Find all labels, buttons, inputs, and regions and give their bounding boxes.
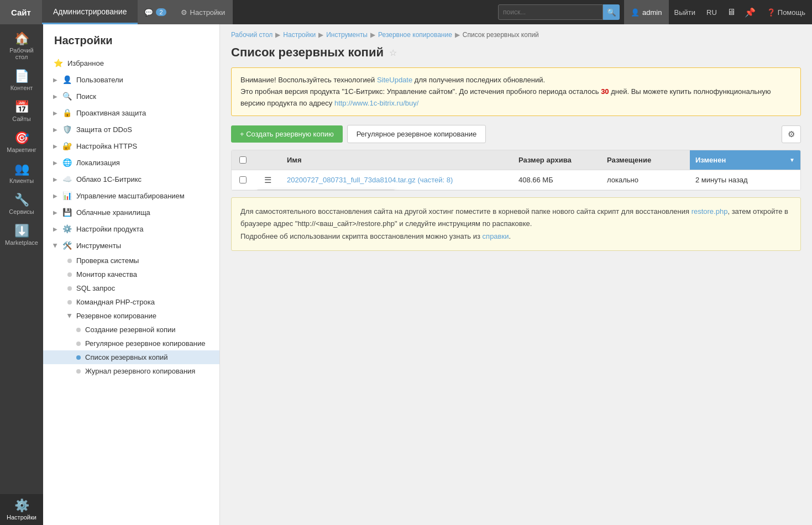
- td-name[interactable]: 20200727_080731_full_73da8104.tar.gz (ча…: [281, 170, 513, 190]
- user-menu[interactable]: 👤 admin: [624, 0, 668, 24]
- nav-item-scaling[interactable]: ▶ 📊 Управление масштабированием: [43, 187, 219, 204]
- sidebar-item-clients[interactable]: 👥 Клиенты: [0, 158, 43, 188]
- nav-sub-sub-item-backup-list[interactable]: Список резервных копий: [43, 350, 219, 364]
- row-menu-icon[interactable]: ☰: [264, 175, 271, 185]
- restore-php-link[interactable]: restore.php: [691, 207, 728, 216]
- nav-item-favorites[interactable]: ⭐ Избранное: [43, 55, 219, 71]
- nav-label-proactive: Проактивная защита: [76, 109, 146, 117]
- buy-link[interactable]: http://www.1c-bitrix.ru/buy/: [334, 99, 418, 107]
- breadcrumb-tools[interactable]: Инструменты: [326, 31, 368, 39]
- nav-sub-item-quality[interactable]: Монитор качества: [43, 267, 219, 281]
- sidebar-item-content[interactable]: 📄 Контент: [0, 65, 43, 96]
- th-location: Размещение: [601, 150, 690, 170]
- nav-sub-sub-label-create-backup: Создание резервной копии: [85, 326, 176, 334]
- page-title: Список резервных копий: [231, 45, 384, 60]
- target-icon: 🎯: [14, 132, 29, 144]
- calendar-icon: 📅: [14, 101, 29, 113]
- nav-sub-sub-item-regular-backup[interactable]: Регулярное резервное копирование: [43, 337, 219, 350]
- logout-button[interactable]: Выйти: [669, 0, 701, 24]
- sidebar-label-marketing: Маркетинг: [7, 146, 36, 153]
- favorites-icon: ⭐: [53, 58, 63, 68]
- nav-item-https[interactable]: ▶ 🔐 Настройка HTTPS: [43, 138, 219, 154]
- breadcrumb-sep-2: ▶: [318, 31, 323, 39]
- breadcrumb-desktop[interactable]: Рабочий стол: [231, 31, 273, 39]
- breadcrumb-backup-list: Список резервных копий: [463, 31, 539, 39]
- site-tab[interactable]: Сайт: [0, 0, 42, 24]
- nav-item-proactive[interactable]: ▶ 🔒 Проактивная защита: [43, 104, 219, 121]
- table-header: Имя Размер архива Размещение Изменен ▼: [232, 150, 800, 170]
- nav-sub-item-sql[interactable]: SQL запрос: [43, 281, 219, 295]
- sidebar-item-marketplace[interactable]: ⬇️ Marketplace: [0, 219, 43, 250]
- nav-sidebar: Настройки ⭐ Избранное ▶ 👤 Пользователи ▶…: [43, 24, 220, 525]
- regular-backup-button[interactable]: Регулярное резервное копирование: [347, 125, 486, 143]
- breadcrumb-sep-1: ▶: [275, 31, 280, 39]
- nav-item-localization[interactable]: ▶ 🌐 Локализация: [43, 154, 219, 171]
- row-checkbox[interactable]: [239, 176, 247, 183]
- siteupdate-link[interactable]: SiteUpdate: [377, 76, 412, 84]
- https-icon: 🔐: [62, 141, 72, 151]
- nav-item-product-settings[interactable]: ▶ ⚙️ Настройки продукта: [43, 221, 219, 237]
- breadcrumb-backup[interactable]: Резервное копирование: [378, 31, 452, 39]
- pin-icon[interactable]: 📌: [740, 0, 760, 24]
- cloud-icon: ☁️: [62, 174, 72, 184]
- th-changed-label: Изменен: [695, 156, 726, 164]
- td-actions[interactable]: ☰: [254, 171, 281, 190]
- monitor-icon[interactable]: 🖥: [722, 0, 740, 24]
- language-selector[interactable]: RU: [701, 0, 722, 24]
- help-icon: ❓: [767, 8, 776, 17]
- nav-sub-item-backup[interactable]: ▶ Резервное копирование: [43, 309, 219, 323]
- favorite-star-icon[interactable]: ☆: [389, 48, 397, 58]
- sidebar-item-sites[interactable]: 📅 Сайты: [0, 96, 43, 127]
- main-content: Рабочий стол ▶ Настройки ▶ Инструменты ▶…: [220, 24, 812, 525]
- services-icon: 🔧: [14, 194, 29, 206]
- settings-nav-button[interactable]: ⚙ Настройки: [173, 0, 233, 24]
- content-icon: 📄: [14, 70, 29, 82]
- messages-button[interactable]: 💬 2: [138, 0, 172, 24]
- nav-label-favorites: Избранное: [67, 59, 104, 67]
- sidebar-item-settings[interactable]: ⚙️ Настройки: [0, 494, 43, 525]
- nav-sub-sub-label-backup-list: Список резервных копий: [85, 353, 167, 361]
- context-menu-item-download[interactable]: ⬇ Скачать: [257, 190, 395, 191]
- nav-sub-sub-item-backup-log[interactable]: Журнал резервного копирования: [43, 364, 219, 378]
- sidebar-item-marketing[interactable]: 🎯 Маркетинг: [0, 127, 43, 158]
- nav-item-users[interactable]: ▶ 👤 Пользователи: [43, 71, 219, 88]
- nav-sidebar-title: Настройки: [43, 24, 219, 55]
- nav-sub-sub-item-create-backup[interactable]: Создание резервной копии: [43, 323, 219, 337]
- nav-label-cloudstorage: Облачные хранилища: [76, 208, 150, 217]
- help-button[interactable]: ❓ Помощь: [760, 0, 812, 24]
- info-text3: Подробнее об использовании скрипта восст…: [240, 232, 483, 240]
- message-badge: 2: [156, 8, 166, 16]
- nav-sub-item-syscheck[interactable]: Проверка системы: [43, 254, 219, 267]
- nav-item-cloud[interactable]: ▶ ☁️ Облако 1С-Битрикс: [43, 171, 219, 187]
- arrow-scaling: ▶: [53, 193, 57, 199]
- th-changed[interactable]: Изменен ▼: [690, 150, 800, 170]
- nav-item-ddos[interactable]: ▶ 🛡️ Защита от DDoS: [43, 121, 219, 138]
- top-nav: Сайт Администрирование 💬 2 ⚙ Настройки 🔍…: [0, 0, 812, 24]
- arrow-proactive: ▶: [53, 110, 57, 116]
- nav-item-search[interactable]: ▶ 🔍 Поиск: [43, 88, 219, 104]
- page-title-row: Список резервных копий ☆: [220, 43, 812, 67]
- td-changed: 2 минуты назад: [690, 170, 800, 190]
- nav-sub-item-php[interactable]: Командная PHP-строка: [43, 295, 219, 309]
- breadcrumb-settings[interactable]: Настройки: [283, 31, 316, 39]
- td-checkbox: [232, 171, 254, 189]
- search-input[interactable]: [498, 4, 603, 20]
- gear-settings-button[interactable]: ⚙: [782, 125, 801, 143]
- arrow-tools: ▶: [53, 243, 59, 248]
- create-backup-button[interactable]: + Создать резервную копию: [231, 125, 343, 143]
- td-location: локально: [601, 170, 690, 190]
- sidebar-item-desktop[interactable]: 🏠 Рабочий стол: [0, 27, 43, 65]
- nav-item-cloudstorage[interactable]: ▶ 💾 Облачные хранилища: [43, 204, 219, 221]
- users-icon: 👤: [62, 75, 72, 85]
- tools-icon: 🛠️: [62, 240, 72, 250]
- admin-tab[interactable]: Администрирование: [42, 0, 138, 24]
- sidebar-item-services[interactable]: 🔧 Сервисы: [0, 188, 43, 219]
- proactive-icon: 🔒: [62, 108, 72, 118]
- help-link[interactable]: справки: [483, 232, 509, 240]
- nav-item-tools[interactable]: ▶ 🛠️ Инструменты: [43, 237, 219, 254]
- info-text4: .: [509, 232, 511, 240]
- dot-quality: [67, 272, 72, 277]
- search-button[interactable]: 🔍: [603, 4, 620, 20]
- table-row: ☰ 20200727_080731_full_73da8104.tar.gz (…: [232, 170, 800, 190]
- select-all-checkbox[interactable]: [239, 156, 247, 164]
